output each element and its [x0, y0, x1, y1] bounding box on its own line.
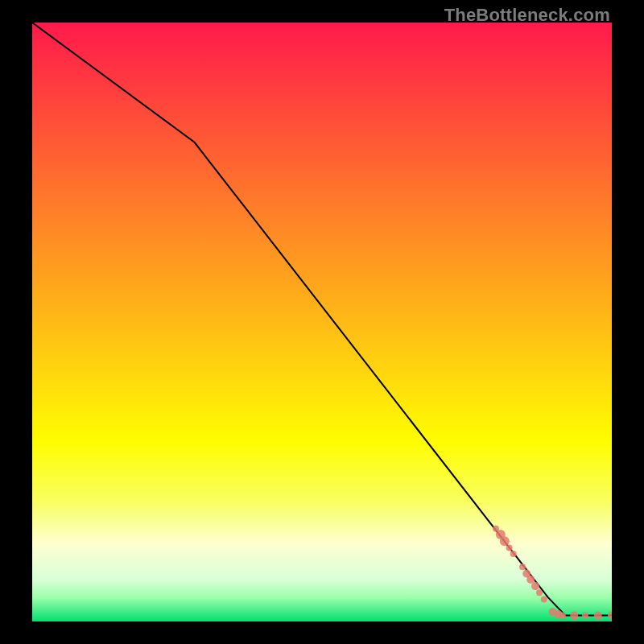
- data-point: [526, 576, 535, 584]
- data-point: [500, 536, 510, 546]
- data-point: [506, 545, 513, 551]
- data-point: [510, 551, 517, 557]
- data-point: [519, 564, 526, 570]
- data-points-group: [493, 526, 612, 620]
- plot-area: [32, 23, 612, 621]
- data-point: [531, 582, 539, 590]
- data-point: [594, 612, 602, 620]
- data-point: [570, 612, 578, 620]
- data-point: [582, 613, 588, 619]
- data-point: [559, 613, 566, 619]
- chart-frame: TheBottleneck.com: [0, 0, 644, 644]
- data-point: [541, 597, 547, 603]
- bottleneck-curve: [32, 23, 612, 616]
- data-point: [536, 589, 543, 596]
- data-point: [608, 612, 612, 620]
- chart-svg: [32, 23, 612, 621]
